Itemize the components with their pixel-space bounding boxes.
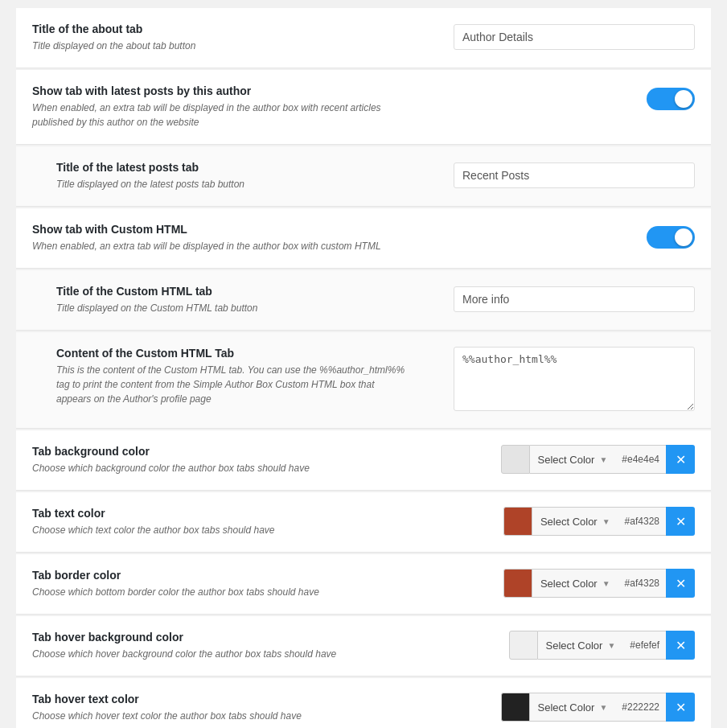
color-swatch-tab-hover-bg-color [509, 631, 538, 660]
color-clear-btn-tab-hover-bg-color[interactable]: ✕ [666, 631, 695, 660]
color-swatch-tab-border-color [503, 569, 532, 598]
input-wrapper-custom-html-tab-title [454, 286, 695, 312]
color-value-tab-bg-color: #e4e4e4 [615, 445, 666, 474]
color-select-btn-tab-text-color[interactable]: Select Color ▼ [532, 507, 618, 536]
color-swatch-tab-text-color [503, 507, 532, 536]
setting-desc-custom-html-tab-content: This is the content of the Custom HTML t… [56, 363, 410, 406]
setting-desc-about-tab-title: Title displayed on the about tab button [32, 39, 386, 53]
color-control-tab-hover-text-color: Select Color ▼#222222✕ [501, 693, 695, 722]
setting-title-tab-text-color: Tab text color [32, 507, 386, 520]
setting-title-latest-posts-tab-title: Title of the latest posts tab [56, 161, 410, 174]
label-col-show-latest-posts-tab: Show tab with latest posts by this autho… [32, 84, 402, 130]
control-col-about-tab-title [402, 23, 695, 51]
control-col-custom-html-tab-title [426, 285, 695, 314]
label-col-tab-border-color: Tab border colorChoose which bottom bord… [32, 569, 402, 599]
color-swatch-tab-hover-text-color [501, 693, 530, 722]
setting-title-tab-bg-color: Tab background color [32, 445, 386, 458]
dropdown-arrow-icon-tab-hover-text-color: ▼ [599, 703, 607, 712]
input-wrapper-about-tab-title [454, 24, 695, 50]
color-select-btn-tab-border-color[interactable]: Select Color ▼ [532, 569, 618, 598]
close-icon-tab-text-color: ✕ [676, 514, 686, 529]
color-control-tab-hover-bg-color: Select Color ▼#efefef✕ [509, 631, 695, 660]
dropdown-arrow-icon-tab-hover-bg-color: ▼ [607, 641, 615, 650]
label-col-tab-bg-color: Tab background colorChoose which backgro… [32, 445, 402, 475]
color-control-tab-border-color: Select Color ▼#af4328✕ [503, 569, 695, 598]
color-swatch-tab-bg-color [501, 445, 530, 474]
close-icon-tab-hover-bg-color: ✕ [676, 638, 686, 653]
control-col-show-custom-html-tab [402, 223, 695, 252]
settings-row-tab-hover-text-color: Tab hover text colorChoose which hover t… [16, 678, 711, 728]
dropdown-arrow-icon-tab-bg-color: ▼ [599, 455, 607, 464]
control-col-tab-border-color: Select Color ▼#af4328✕ [402, 569, 695, 598]
color-clear-btn-tab-bg-color[interactable]: ✕ [666, 445, 695, 474]
label-col-show-custom-html-tab: Show tab with Custom HTMLWhen enabled, a… [32, 223, 402, 253]
control-col-custom-html-tab-content [426, 347, 695, 413]
setting-desc-tab-hover-text-color: Choose which hover text color the author… [32, 709, 386, 723]
setting-title-show-latest-posts-tab: Show tab with latest posts by this autho… [32, 84, 386, 97]
close-icon-tab-border-color: ✕ [676, 576, 686, 591]
setting-title-show-custom-html-tab: Show tab with Custom HTML [32, 223, 386, 236]
color-control-tab-text-color: Select Color ▼#af4328✕ [503, 507, 695, 536]
setting-desc-latest-posts-tab-title: Title displayed on the latest posts tab … [56, 177, 410, 191]
settings-row-tab-border-color: Tab border colorChoose which bottom bord… [16, 554, 711, 615]
settings-page: Title of the about tabTitle displayed on… [0, 0, 727, 728]
color-clear-btn-tab-hover-text-color[interactable]: ✕ [666, 693, 695, 722]
text-input-latest-posts-tab-title[interactable] [454, 162, 695, 188]
setting-desc-tab-border-color: Choose which bottom border color the aut… [32, 585, 386, 599]
toggle-show-latest-posts-tab[interactable] [647, 88, 695, 110]
color-select-btn-tab-hover-text-color[interactable]: Select Color ▼ [530, 693, 616, 722]
settings-row-custom-html-tab-content: Content of the Custom HTML TabThis is th… [16, 332, 711, 429]
text-input-custom-html-tab-title[interactable] [454, 286, 695, 312]
setting-desc-tab-bg-color: Choose which background color the author… [32, 461, 386, 475]
toggle-show-custom-html-tab[interactable] [647, 226, 695, 249]
color-control-tab-bg-color: Select Color ▼#e4e4e4✕ [501, 445, 695, 474]
text-input-about-tab-title[interactable] [454, 24, 695, 50]
control-col-tab-hover-bg-color: Select Color ▼#efefef✕ [402, 631, 695, 660]
setting-title-custom-html-tab-title: Title of the Custom HTML tab [56, 285, 410, 298]
textarea-wrapper-custom-html-tab-content [454, 347, 695, 413]
dropdown-arrow-icon-tab-text-color: ▼ [602, 517, 610, 526]
label-col-custom-html-tab-title: Title of the Custom HTML tabTitle displa… [56, 285, 426, 315]
close-icon-tab-bg-color: ✕ [676, 452, 686, 467]
settings-row-show-custom-html-tab: Show tab with Custom HTMLWhen enabled, a… [16, 208, 711, 269]
setting-title-custom-html-tab-content: Content of the Custom HTML Tab [56, 347, 410, 360]
setting-desc-tab-text-color: Choose which text color the author box t… [32, 523, 386, 537]
label-col-tab-hover-text-color: Tab hover text colorChoose which hover t… [32, 693, 402, 723]
setting-title-tab-hover-bg-color: Tab hover background color [32, 631, 386, 644]
setting-title-tab-border-color: Tab border color [32, 569, 386, 582]
label-col-about-tab-title: Title of the about tabTitle displayed on… [32, 23, 402, 53]
setting-desc-tab-hover-bg-color: Choose which hover background color the … [32, 647, 386, 661]
settings-row-about-tab-title: Title of the about tabTitle displayed on… [16, 8, 711, 68]
color-select-btn-tab-bg-color[interactable]: Select Color ▼ [530, 445, 616, 474]
input-wrapper-latest-posts-tab-title [454, 162, 695, 188]
textarea-custom-html-tab-content[interactable] [454, 347, 695, 411]
label-col-custom-html-tab-content: Content of the Custom HTML TabThis is th… [56, 347, 426, 406]
setting-desc-show-latest-posts-tab: When enabled, an extra tab will be displ… [32, 101, 386, 130]
color-clear-btn-tab-text-color[interactable]: ✕ [666, 507, 695, 536]
setting-desc-show-custom-html-tab: When enabled, an extra tab will be displ… [32, 239, 386, 253]
dropdown-arrow-icon-tab-border-color: ▼ [602, 579, 610, 588]
setting-title-tab-hover-text-color: Tab hover text color [32, 693, 386, 705]
color-value-tab-text-color: #af4328 [618, 507, 666, 536]
label-col-tab-hover-bg-color: Tab hover background colorChoose which h… [32, 631, 402, 661]
control-col-latest-posts-tab-title [426, 161, 695, 190]
label-col-tab-text-color: Tab text colorChoose which text color th… [32, 507, 402, 537]
control-col-tab-bg-color: Select Color ▼#e4e4e4✕ [402, 445, 695, 474]
color-value-tab-hover-text-color: #222222 [615, 693, 666, 722]
settings-row-custom-html-tab-title: Title of the Custom HTML tabTitle displa… [16, 270, 711, 331]
settings-row-tab-hover-bg-color: Tab hover background colorChoose which h… [16, 616, 711, 677]
color-value-tab-border-color: #af4328 [618, 569, 666, 598]
close-icon-tab-hover-text-color: ✕ [676, 700, 686, 715]
color-clear-btn-tab-border-color[interactable]: ✕ [666, 569, 695, 598]
color-value-tab-hover-bg-color: #efefef [623, 631, 666, 660]
control-col-show-latest-posts-tab [402, 84, 695, 113]
setting-title-about-tab-title: Title of the about tab [32, 23, 386, 35]
setting-desc-custom-html-tab-title: Title displayed on the Custom HTML tab b… [56, 301, 410, 315]
control-col-tab-hover-text-color: Select Color ▼#222222✕ [402, 693, 695, 722]
control-col-tab-text-color: Select Color ▼#af4328✕ [402, 507, 695, 536]
settings-row-tab-text-color: Tab text colorChoose which text color th… [16, 492, 711, 553]
color-select-btn-tab-hover-bg-color[interactable]: Select Color ▼ [538, 631, 624, 660]
label-col-latest-posts-tab-title: Title of the latest posts tabTitle displ… [56, 161, 426, 191]
settings-row-tab-bg-color: Tab background colorChoose which backgro… [16, 430, 711, 491]
settings-row-latest-posts-tab-title: Title of the latest posts tabTitle displ… [16, 146, 711, 207]
